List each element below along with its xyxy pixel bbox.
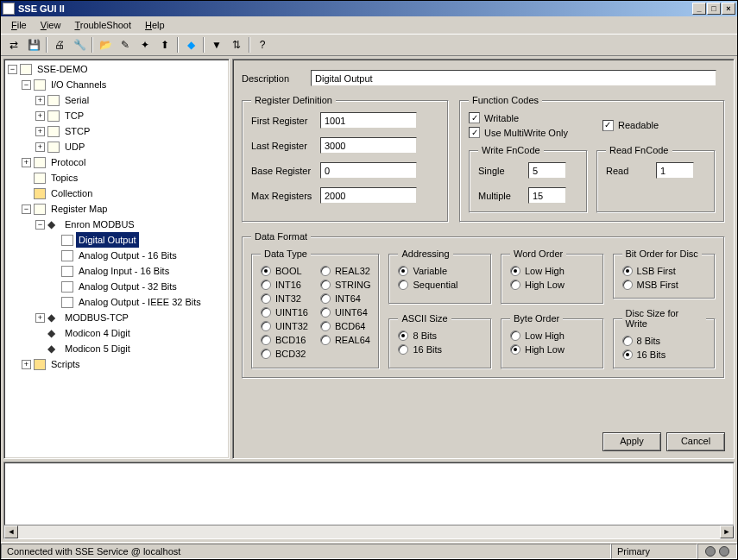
- tree-collection[interactable]: Collection: [48, 186, 95, 201]
- apply-button[interactable]: Apply: [602, 432, 661, 451]
- tb-help-icon[interactable]: ?: [253, 36, 272, 53]
- dt-uint64[interactable]: UINT64: [320, 307, 371, 318]
- tree-tcp[interactable]: TCP: [62, 108, 86, 123]
- ascii-16[interactable]: 16 Bits: [398, 344, 483, 355]
- dt-bool[interactable]: BOOL: [261, 266, 308, 276]
- read-input[interactable]: [656, 162, 694, 179]
- menu-troubleshoot[interactable]: TroubleShoot: [67, 18, 138, 32]
- last-reg-input[interactable]: [320, 137, 417, 154]
- tb-open-icon[interactable]: 📂: [96, 36, 115, 53]
- tree-io-channels[interactable]: I/O Channels: [48, 77, 109, 92]
- tree-udp[interactable]: UDP: [62, 139, 87, 154]
- tree-stcp[interactable]: STCP: [62, 123, 92, 139]
- tb-network-icon[interactable]: ⇄: [4, 36, 23, 53]
- ascii-8[interactable]: 8 Bits: [398, 330, 483, 341]
- tree-digital-output[interactable]: Digital Output: [76, 232, 139, 248]
- collapse-icon[interactable]: −: [35, 220, 45, 230]
- tb-save-icon[interactable]: 💾: [24, 36, 43, 53]
- scroll-track[interactable]: [18, 525, 720, 538]
- dt-real32[interactable]: REAL32: [320, 266, 371, 276]
- writable-checkbox[interactable]: ✓Writable: [469, 112, 568, 123]
- protocol-icon: [34, 157, 46, 168]
- readable-checkbox[interactable]: ✓Readable: [602, 112, 659, 138]
- description-input[interactable]: [311, 70, 716, 86]
- word-lowhigh[interactable]: Low High: [510, 266, 595, 276]
- status-connection: Connected with SSE Service @ localhost: [1, 544, 611, 559]
- dt-int16[interactable]: INT16: [261, 280, 308, 290]
- tb-edit-icon[interactable]: ✎: [116, 36, 135, 53]
- tree-view[interactable]: −SSE-DEMO −I/O Channels +Serial +TCP +ST…: [3, 59, 230, 459]
- scroll-right-icon[interactable]: ►: [720, 525, 734, 538]
- bit-lsb[interactable]: LSB First: [622, 266, 707, 276]
- tree-mod5[interactable]: Modicon 5 Digit: [62, 341, 133, 356]
- expand-icon[interactable]: +: [35, 111, 45, 121]
- tree-ao16[interactable]: Analog Output - 16 Bits: [76, 248, 180, 263]
- disc-8[interactable]: 8 Bits: [622, 336, 707, 346]
- diamond-icon: [47, 219, 60, 230]
- expand-icon[interactable]: +: [22, 158, 31, 167]
- dt-bcd32[interactable]: BCD32: [261, 349, 308, 359]
- expand-icon[interactable]: +: [35, 96, 45, 105]
- expand-icon[interactable]: +: [35, 127, 45, 136]
- dt-bcd64[interactable]: BCD64: [320, 321, 371, 331]
- tb-tools-icon[interactable]: 🔧: [70, 36, 89, 53]
- addr-variable[interactable]: Variable: [398, 266, 483, 276]
- tree-ao32[interactable]: Analog Output - 32 Bits: [76, 279, 180, 294]
- expand-icon[interactable]: +: [35, 142, 45, 152]
- tree-scripts[interactable]: Scripts: [48, 356, 83, 372]
- tree-aoieee[interactable]: Analog Output - IEEE 32 Bits: [76, 294, 204, 310]
- tree-serial[interactable]: Serial: [62, 92, 91, 108]
- dt-int32[interactable]: INT32: [261, 293, 308, 304]
- collapse-icon[interactable]: −: [22, 204, 31, 214]
- tree-register-map[interactable]: Register Map: [48, 201, 110, 217]
- byte-lowhigh[interactable]: Low High: [510, 330, 595, 341]
- tb-print-icon[interactable]: 🖨: [50, 36, 69, 53]
- menu-help[interactable]: Help: [138, 18, 172, 32]
- base-reg-input[interactable]: [320, 162, 417, 179]
- read-fncode-group: Read FnCode Read: [596, 145, 716, 213]
- minimize-button[interactable]: _: [692, 3, 706, 15]
- single-input[interactable]: [528, 162, 566, 179]
- cancel-button[interactable]: Cancel: [666, 432, 725, 451]
- tb-sort-icon[interactable]: ⇅: [227, 36, 246, 53]
- max-reg-input[interactable]: [320, 187, 417, 204]
- first-reg-input[interactable]: [320, 112, 417, 129]
- collapse-icon[interactable]: −: [22, 80, 31, 90]
- menu-file[interactable]: File: [4, 18, 34, 32]
- tree-topics[interactable]: Topics: [48, 170, 80, 186]
- disc-16[interactable]: 16 Bits: [622, 349, 707, 360]
- tree-enron[interactable]: Enron MODBUS: [62, 217, 137, 232]
- tree-mod4[interactable]: Modicon 4 Digit: [62, 325, 133, 341]
- scroll-left-icon[interactable]: ◄: [4, 525, 18, 538]
- tree-modbus-tcp[interactable]: MODBUS-TCP: [62, 310, 131, 325]
- tree-ai16[interactable]: Analog Input - 16 Bits: [76, 263, 172, 279]
- tree-root[interactable]: SSE-DEMO: [35, 61, 91, 77]
- dt-uint32[interactable]: UINT32: [261, 321, 308, 331]
- tb-up-icon[interactable]: ⬆: [155, 36, 174, 53]
- expand-icon[interactable]: +: [22, 360, 31, 369]
- tb-filter-icon[interactable]: ▼: [207, 36, 226, 53]
- menu-view[interactable]: View: [34, 18, 68, 32]
- bit-msb[interactable]: MSB First: [622, 280, 707, 290]
- byte-highlow[interactable]: High Low: [510, 344, 595, 355]
- log-panel[interactable]: ◄ ►: [3, 462, 735, 539]
- word-highlow[interactable]: High Low: [510, 280, 595, 290]
- expand-icon[interactable]: +: [35, 313, 45, 323]
- addr-sequential[interactable]: Sequential: [398, 280, 483, 290]
- collapse-icon[interactable]: −: [8, 65, 17, 74]
- tb-diamond-icon[interactable]: ◆: [181, 36, 200, 53]
- dt-uint16[interactable]: UINT16: [261, 307, 308, 318]
- server-icon: [20, 64, 32, 75]
- horizontal-scrollbar[interactable]: ◄ ►: [4, 525, 734, 538]
- close-button[interactable]: ×: [722, 3, 735, 15]
- dt-bcd16[interactable]: BCD16: [261, 335, 308, 345]
- tree-protocol[interactable]: Protocol: [48, 154, 88, 170]
- dt-int64[interactable]: INT64: [320, 293, 371, 304]
- dt-string[interactable]: STRING: [320, 280, 371, 290]
- multiple-input[interactable]: [528, 187, 566, 204]
- multiwrite-checkbox[interactable]: ✓Use MultiWrite Only: [469, 127, 568, 138]
- dt-real64[interactable]: REAL64: [320, 335, 371, 345]
- maximize-button[interactable]: □: [707, 3, 721, 15]
- regmap-icon: [34, 204, 46, 215]
- tb-new-icon[interactable]: ✦: [136, 36, 155, 53]
